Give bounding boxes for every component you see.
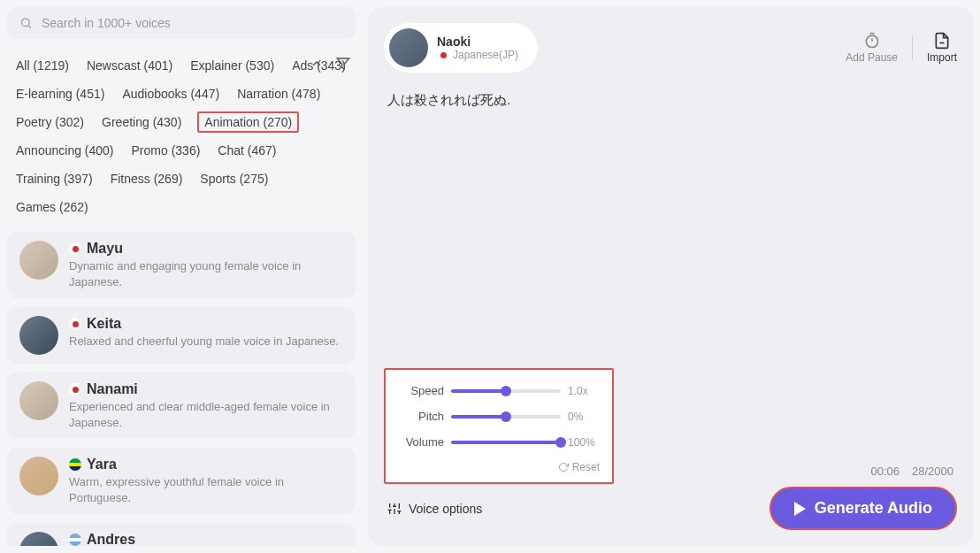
avatar xyxy=(19,381,58,420)
voice-description: Relaxed and cheerful young male voice in… xyxy=(69,334,343,349)
voice-card[interactable]: Keita Relaxed and cheerful young male vo… xyxy=(7,307,356,364)
voice-name: Mayu xyxy=(87,241,123,257)
reset-button[interactable]: Reset xyxy=(398,461,600,473)
voice-card[interactable]: Yara Warm, expressive youthful female vo… xyxy=(7,448,356,514)
voice-options-panel: Speed 1.0x Pitch 0% Volume 100% Reset xyxy=(384,368,614,484)
search-icon xyxy=(19,16,33,30)
category-item[interactable]: Fitness (269) xyxy=(109,168,185,189)
avatar xyxy=(19,316,58,355)
reset-icon xyxy=(558,462,569,472)
pitch-slider[interactable] xyxy=(451,415,561,419)
speed-label: Speed xyxy=(398,384,444,397)
filter-icon[interactable] xyxy=(336,57,350,71)
avatar xyxy=(19,457,58,495)
flag-icon xyxy=(69,318,81,330)
pitch-value: 0% xyxy=(568,411,600,423)
voice-name: Nanami xyxy=(87,381,138,397)
flag-jp-icon xyxy=(437,49,449,61)
svg-point-3 xyxy=(866,35,877,47)
speed-slider[interactable] xyxy=(451,389,561,393)
category-item[interactable]: All (1219) xyxy=(14,55,71,76)
category-item[interactable]: Chat (467) xyxy=(216,140,278,161)
pitch-label: Pitch xyxy=(398,410,444,423)
voice-card[interactable]: Mayu Dynamic and engaging young female v… xyxy=(7,232,356,298)
svg-point-0 xyxy=(21,19,29,27)
volume-label: Volume xyxy=(398,435,444,449)
category-item[interactable]: Newscast (401) xyxy=(85,55,174,76)
stopwatch-icon xyxy=(863,32,881,50)
category-list: All (1219)Newscast (401)Explainer (530)A… xyxy=(7,55,356,232)
category-item[interactable]: Games (262) xyxy=(14,196,90,218)
voice-name: Andres xyxy=(87,532,135,546)
category-item[interactable]: Promo (336) xyxy=(130,140,203,161)
svg-line-1 xyxy=(28,25,31,27)
avatar xyxy=(389,28,428,67)
voice-language: Japanese(JP) xyxy=(437,49,518,61)
play-icon xyxy=(794,502,806,516)
editor-panel: Naoki Japanese(JP) Add Pause Import 人は殺さ… xyxy=(368,7,973,546)
generate-audio-button[interactable]: Generate Audio xyxy=(769,487,957,530)
voice-description: Dynamic and engaging young female voice … xyxy=(69,258,343,289)
category-item[interactable]: Narration (478) xyxy=(235,83,322,104)
flag-icon xyxy=(69,458,81,471)
flag-icon xyxy=(69,242,81,255)
category-item[interactable]: Explainer (530) xyxy=(188,55,276,76)
file-icon xyxy=(933,32,951,50)
voice-options-button[interactable]: Voice options xyxy=(384,496,486,521)
add-pause-button[interactable]: Add Pause xyxy=(846,32,898,64)
voice-list: Mayu Dynamic and engaging young female v… xyxy=(7,232,356,546)
flag-icon xyxy=(69,383,81,396)
category-item[interactable]: Animation (270) xyxy=(197,111,299,133)
search-input[interactable] xyxy=(42,16,343,30)
category-item[interactable]: Sports (275) xyxy=(198,168,270,189)
avatar xyxy=(19,532,58,546)
category-item[interactable]: E-learning (451) xyxy=(14,83,106,104)
avatar xyxy=(19,241,58,280)
voice-description: Warm, expressive youthful female voice i… xyxy=(69,474,343,505)
search-bar[interactable] xyxy=(7,7,356,39)
time-stat: 00:06 xyxy=(870,465,900,478)
chevron-up-icon[interactable] xyxy=(310,57,324,71)
voice-card[interactable]: Andres xyxy=(7,523,356,546)
selected-voice-chip[interactable]: Naoki Japanese(JP) xyxy=(384,23,538,73)
voice-card[interactable]: Nanami Experienced and clear middle-aged… xyxy=(7,373,356,439)
sliders-icon xyxy=(387,502,402,516)
volume-value: 100% xyxy=(568,436,600,449)
category-item[interactable]: Announcing (400) xyxy=(14,140,116,161)
category-item[interactable]: Audiobooks (447) xyxy=(120,83,221,104)
divider xyxy=(912,35,913,60)
svg-marker-2 xyxy=(337,58,348,69)
voice-name: Keita xyxy=(87,316,121,332)
category-item[interactable]: Poetry (302) xyxy=(14,111,86,133)
char-count: 28/2000 xyxy=(912,465,953,478)
flag-icon xyxy=(69,534,81,546)
category-item[interactable]: Training (397) xyxy=(14,168,95,189)
category-item[interactable]: Greeting (430) xyxy=(100,111,183,133)
voice-name: Yara xyxy=(87,457,117,472)
voice-name: Naoki xyxy=(437,35,518,49)
import-button[interactable]: Import xyxy=(927,32,957,64)
volume-slider[interactable] xyxy=(451,441,561,444)
speed-value: 1.0x xyxy=(568,385,600,397)
voice-description: Experienced and clear middle-aged female… xyxy=(69,399,343,430)
